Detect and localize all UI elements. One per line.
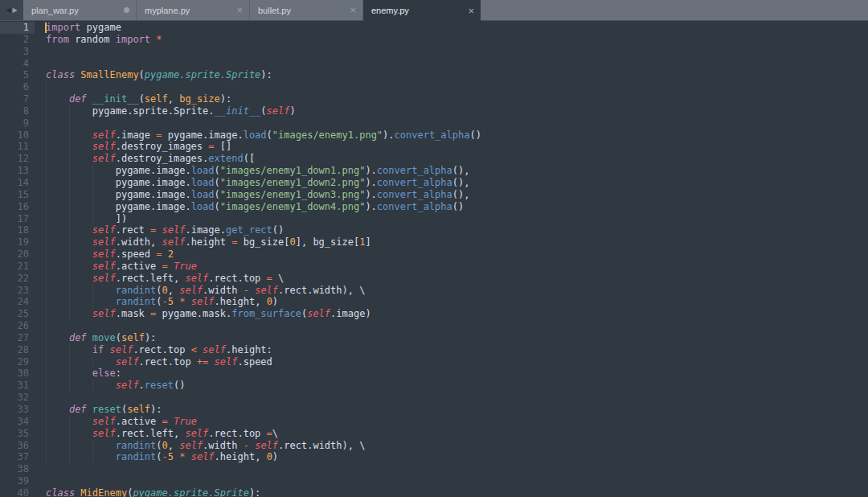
indent-guide (69, 201, 70, 213)
line-number: 16 (0, 201, 35, 213)
tab-label: plan_war.py (31, 6, 124, 15)
code-text: else: (35, 368, 121, 380)
indent-guide (46, 249, 47, 261)
code-line[interactable]: 39 (0, 475, 868, 487)
code-line[interactable]: 9 (0, 117, 868, 129)
line-number: 18 (0, 224, 35, 236)
code-line[interactable]: 26 (0, 320, 868, 332)
code-line[interactable]: 18 self.rect = self.image.get_rect() (0, 224, 868, 236)
code-line[interactable]: 36 randint(0, self.width - self.rect.wid… (0, 440, 868, 452)
indent-guide (46, 332, 47, 344)
indent-guide (69, 273, 70, 285)
line-number: 24 (0, 296, 35, 308)
indent-guide (46, 129, 47, 142)
code-line[interactable]: 14 pygame.image.load("images/enemy1_down… (0, 177, 868, 189)
indent-guide (92, 201, 93, 213)
code-line[interactable]: 32 (0, 392, 868, 404)
line-number: 15 (0, 189, 35, 201)
indent-guide (69, 165, 70, 177)
code-line[interactable]: 29 self.rect.top += self.speed (0, 356, 868, 368)
code-line[interactable]: 16 pygame.image.load("images/enemy1_down… (0, 201, 868, 213)
indent-guide (69, 440, 70, 452)
code-text: self.destroy_images = [] (35, 141, 231, 153)
indent-guide (46, 261, 47, 273)
code-line[interactable]: 17 ]) (0, 213, 868, 225)
tab-plan_war.py[interactable]: plan_war.py (23, 0, 137, 20)
indent-guide (69, 261, 70, 273)
code-line[interactable]: 10 self.image = pygame.image.load("image… (0, 129, 868, 142)
code-text: pygame.image.load("images/enemy1_down2.p… (35, 177, 469, 189)
indent-guide (92, 440, 93, 452)
code-line[interactable]: 8 pygame.sprite.Sprite.__init__(self) (0, 105, 868, 117)
code-text: pygame.image.load("images/enemy1_down4.p… (35, 201, 464, 213)
code-line[interactable]: 15 pygame.image.load("images/enemy1_down… (0, 189, 868, 201)
tab-label: bullet.py (258, 6, 350, 15)
code-line[interactable]: 38 (0, 463, 868, 475)
line-number: 29 (0, 356, 35, 368)
indent-guide (92, 451, 93, 463)
line-number: 32 (0, 392, 35, 404)
code-line[interactable]: 35 self.rect.left, self.rect.top =\ (0, 428, 868, 440)
tab-scroll-forward-icon[interactable]: ▶ (13, 7, 18, 14)
code-text: self.reset() (35, 380, 185, 392)
line-number: 20 (0, 249, 35, 261)
line-number: 36 (0, 440, 35, 452)
code-line[interactable]: 21 self.active = True (0, 261, 868, 273)
indent-guide (46, 344, 47, 356)
indent-guide (46, 213, 47, 225)
code-line[interactable]: 4 (0, 58, 868, 70)
indent-guide (69, 213, 70, 225)
code-line[interactable]: 27 def move(self): (0, 332, 868, 344)
code-line[interactable]: 37 randint(-5 * self.height, 0) (0, 451, 868, 463)
indent-guide (92, 380, 93, 392)
indent-guide (46, 236, 47, 249)
tab-bullet.py[interactable]: bullet.py× (250, 0, 363, 20)
tab-enemy.py[interactable]: enemy.py× (363, 0, 481, 21)
code-line[interactable]: 20 self.speed = 2 (0, 249, 868, 261)
code-line[interactable]: 19 self.width, self.height = bg_size[0],… (0, 236, 868, 249)
line-number: 23 (0, 285, 35, 297)
indent-guide (69, 236, 70, 249)
code-line[interactable]: 30 else: (0, 368, 868, 380)
line-number: 39 (0, 475, 35, 487)
code-line[interactable]: 2from random import * (0, 34, 868, 46)
indent-guide (46, 380, 47, 392)
code-text: randint(0, self.width - self.rect.width)… (35, 285, 365, 297)
line-number: 28 (0, 344, 35, 356)
indent-guide (69, 117, 70, 129)
code-line[interactable]: 22 self.rect.left, self.rect.top = \ (0, 273, 868, 285)
line-number: 30 (0, 368, 35, 380)
close-icon[interactable]: × (468, 6, 474, 16)
code-line[interactable]: 11 self.destroy_images = [] (0, 141, 868, 153)
code-area[interactable]: 1import pygame2from random import *345cl… (0, 21, 868, 497)
tab-label: enemy.py (371, 6, 468, 15)
indent-guide (69, 153, 70, 165)
code-line[interactable]: 25 self.mask = pygame.mask.from_surface(… (0, 308, 868, 320)
line-number: 13 (0, 165, 35, 177)
code-text: class MidEnemy(pygame.sprite.Sprite): (35, 487, 260, 497)
line-number: 9 (0, 117, 35, 129)
code-line[interactable]: 33 def reset(self): (0, 404, 868, 416)
tab-nav: ◀ ▶ (0, 0, 23, 20)
code-line[interactable]: 24 randint(-5 * self.height, 0) (0, 296, 868, 308)
code-line[interactable]: 34 self.active = True (0, 416, 868, 428)
close-icon[interactable]: × (236, 5, 243, 15)
code-line[interactable]: 12 self.destroy_images.extend([ (0, 153, 868, 165)
code-line[interactable]: 13 pygame.image.load("images/enemy1_down… (0, 165, 868, 177)
code-line[interactable]: 1import pygame (0, 22, 868, 34)
line-number: 38 (0, 463, 35, 475)
tab-myplane.py[interactable]: myplane.py× (137, 0, 250, 20)
indent-guide (69, 129, 70, 142)
code-line[interactable]: 23 randint(0, self.width - self.rect.wid… (0, 285, 868, 297)
code-line[interactable]: 7 def __init__(self, bg_size): (0, 93, 868, 105)
tab-scroll-back-icon[interactable]: ◀ (6, 7, 10, 14)
code-line[interactable]: 40class MidEnemy(pygame.sprite.Sprite): (0, 487, 868, 497)
indent-guide (46, 428, 47, 440)
code-line[interactable]: 28 if self.rect.top < self.height: (0, 344, 868, 356)
code-line[interactable]: 5class SmallEnemy(pygame.sprite.Sprite): (0, 69, 868, 81)
code-line[interactable]: 31 self.reset() (0, 380, 868, 392)
close-icon[interactable]: × (350, 5, 356, 15)
code-line[interactable]: 3 (0, 46, 868, 58)
code-line[interactable]: 6 (0, 81, 868, 93)
code-text: self.active = True (35, 416, 197, 428)
